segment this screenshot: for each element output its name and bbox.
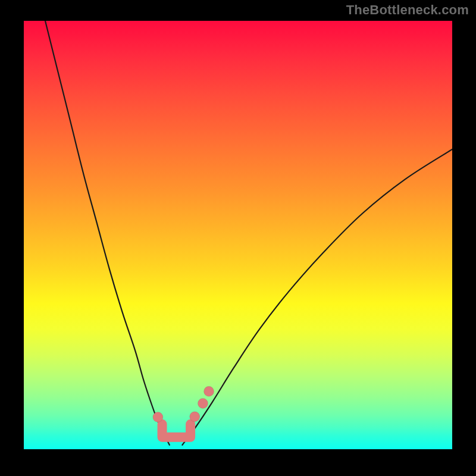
chart-svg — [24, 21, 452, 449]
chart-plot-area — [24, 21, 452, 449]
curve-markers — [153, 386, 214, 422]
curve-marker — [204, 386, 214, 396]
bottleneck-curve-left — [45, 21, 170, 445]
curve-marker — [153, 412, 163, 422]
chart-stage: TheBottleneck.com — [0, 0, 476, 476]
source-watermark: TheBottleneck.com — [346, 2, 469, 18]
curve-marker — [198, 398, 208, 408]
bottleneck-curve-right — [182, 149, 452, 445]
curve-marker — [190, 412, 200, 422]
valley-flat-segment — [162, 424, 191, 437]
